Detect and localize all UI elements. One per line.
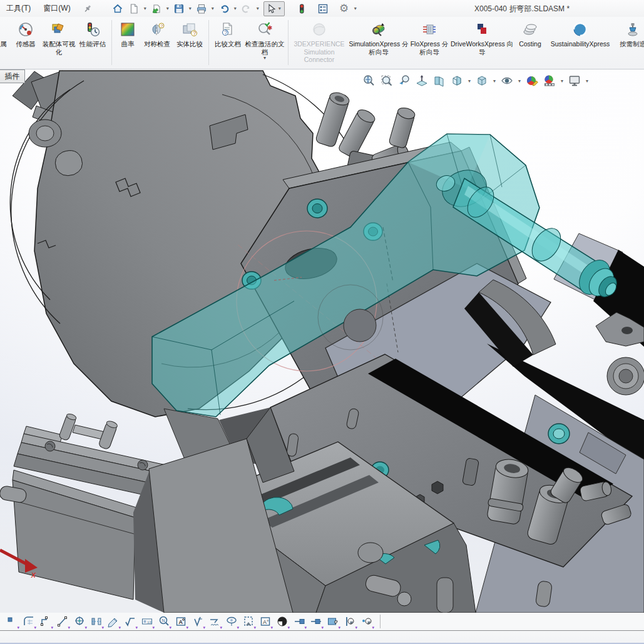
check-active-document-caret[interactable]: ▾ <box>263 56 266 61</box>
ribbon-item-floxpress[interactable]: FloXpress 分析向导 <box>410 17 449 69</box>
geometric-tolerance-icon[interactable]: A ▾ <box>172 613 189 630</box>
open-dropdown-caret[interactable]: ▾ <box>165 6 171 11</box>
new-document-icon[interactable] <box>126 1 142 16</box>
ribbon-item-costing[interactable]: Costing <box>515 17 545 69</box>
compare-documents-icon: ? <box>218 20 237 39</box>
horizontal-dimension-icon[interactable]: ▾ <box>88 613 105 630</box>
save-icon[interactable] <box>171 1 187 16</box>
ribbon-item-performance-evaluation[interactable]: 性能评估 <box>76 17 109 69</box>
view-settings-caret[interactable]: ▾ <box>585 78 590 84</box>
view-orientation-icon[interactable] <box>449 73 464 88</box>
ribbon-item-on-demand-manufacturing[interactable]: 按需制造 <box>615 17 644 69</box>
redo-dropdown-caret[interactable]: ▾ <box>255 6 261 11</box>
section-point-icon[interactable]: ▾ <box>358 613 375 630</box>
ribbon-separator <box>288 20 289 65</box>
save-dropdown-caret[interactable]: ▾ <box>187 6 193 11</box>
document-properties-icon[interactable] <box>315 1 331 16</box>
sustainabilityxpress-icon <box>571 20 590 39</box>
part-linear-rail[interactable] <box>0 407 294 613</box>
view-orientation-caret[interactable]: ▾ <box>467 78 472 84</box>
ribbon-item-simulationxpress[interactable]: SimulationXpress 分析向导 <box>347 17 410 69</box>
check-active-document-icon: ✱ <box>255 20 274 39</box>
surface-finish-icon[interactable]: ▾ <box>189 613 206 630</box>
options-dropdown-caret[interactable]: ▾ <box>352 6 359 11</box>
teal-screw[interactable] <box>548 424 570 444</box>
menu-tools[interactable]: 工具(T) <box>0 0 37 17</box>
view-settings-icon[interactable] <box>567 73 582 88</box>
sketch-point-icon[interactable]: ▾ <box>3 613 20 630</box>
graphics-viewport[interactable]: ▾ ▾ ▾ <box>0 69 644 613</box>
annotation-views-icon[interactable] <box>432 73 447 88</box>
svg-text:13: 13 <box>147 620 151 624</box>
3dexperience-icon <box>310 20 329 39</box>
assembly-model[interactable]: x <box>0 69 644 613</box>
apply-scene-caret[interactable]: ▾ <box>560 78 565 84</box>
window-title: X005-040 折弯部.SLDASM * <box>474 4 570 14</box>
menu-window[interactable]: 窗口(W) <box>37 0 76 17</box>
ribbon-item-curvature[interactable]: 曲率 <box>115 17 141 69</box>
weld-symbol-icon[interactable]: ▾ <box>206 613 223 630</box>
svg-text:?: ? <box>160 23 163 29</box>
datum-target-icon[interactable]: ▾ <box>240 613 257 630</box>
undo-dropdown-caret[interactable]: ▾ <box>232 6 238 11</box>
previous-view-icon[interactable] <box>397 73 412 88</box>
spell-check-icon[interactable]: ▾ <box>121 613 138 630</box>
select-dropdown-caret[interactable]: ▾ <box>277 6 283 11</box>
tab-addins[interactable]: 插件 <box>0 69 25 83</box>
magnifying-balloon-icon[interactable]: ▾ <box>223 613 240 630</box>
ribbon-item-symmetry-check[interactable]: ? 对称检查 <box>141 17 173 69</box>
ribbon-item-assembly-visualization[interactable]: 装配体可视化 <box>41 17 76 69</box>
corner-rectangle-icon[interactable]: ▾ <box>20 613 37 630</box>
undo-icon[interactable] <box>216 1 232 16</box>
ribbon-item-check-active-document[interactable]: ✱ 检查激活的文档 ▾ <box>244 17 285 69</box>
redo-icon[interactable] <box>238 1 255 16</box>
ribbon-toolbar: 属 传感器 装配体可视化 <box>0 17 644 69</box>
ribbon-item-sustainabilityxpress[interactable]: SustainabilityXpress <box>545 17 615 69</box>
ribbon-item-compare-documents[interactable]: ? 比较文档 <box>212 17 244 69</box>
heads-up-view-toolbar: ▾ ▾ ▾ <box>362 73 590 88</box>
annotation-toolbar: ▾ ▾ ▾ ▾ ▾ ▾ ▾ ▾ 13 ▾ N ▾ A <box>0 613 644 631</box>
display-style-caret[interactable]: ▾ <box>492 78 497 84</box>
ribbon-item-clipped[interactable]: 属 <box>0 17 10 69</box>
zoom-to-fit-icon[interactable] <box>362 73 377 88</box>
options-gear-icon[interactable]: ⚙ <box>336 1 352 16</box>
teal-screw[interactable] <box>307 199 327 218</box>
interference-traffic-light-icon[interactable] <box>294 1 310 16</box>
connector-right-icon[interactable]: ▾ <box>307 613 324 630</box>
apply-scene-icon[interactable] <box>542 73 557 88</box>
edit-appearance-icon[interactable] <box>524 73 539 88</box>
display-style-icon[interactable] <box>474 73 489 88</box>
simulationxpress-icon <box>369 20 388 39</box>
hide-show-items-icon[interactable] <box>499 73 514 88</box>
open-icon[interactable] <box>148 1 165 16</box>
section-bar-icon[interactable]: ▾ <box>341 613 358 630</box>
solid-compare-icon: ? <box>180 20 199 39</box>
note-icon[interactable]: ▾ <box>105 613 121 630</box>
print-dropdown-caret[interactable]: ▾ <box>210 6 216 11</box>
pushpin-icon[interactable] <box>81 2 95 16</box>
hide-show-caret[interactable]: ▾ <box>517 78 522 84</box>
print-icon[interactable] <box>193 1 210 16</box>
quick-access-toolbar: ▾ ▾ ▾ ▾ <box>110 0 359 17</box>
ribbon-item-solid-compare[interactable]: ? 实体比较 <box>173 17 206 69</box>
center-of-mass-icon[interactable]: ▾ <box>273 613 290 630</box>
datum-feature-icon[interactable]: 13 ▾ <box>138 613 155 630</box>
home-icon[interactable] <box>110 1 126 16</box>
line-icon[interactable]: ▾ <box>54 613 71 630</box>
select-tool[interactable]: ▾ <box>263 1 285 16</box>
ribbon-separator <box>111 20 112 65</box>
smart-dimension-icon[interactable]: ▾ <box>71 613 88 630</box>
section-view-icon[interactable] <box>414 73 429 88</box>
angle-dimension-icon[interactable]: A° ▾ <box>257 613 273 630</box>
ribbon-item-driveworksxpress[interactable]: DriveWorksXpress 向导 <box>449 17 515 69</box>
on-demand-manufacturing-icon <box>623 20 642 39</box>
area-hatch-icon[interactable]: ▾ <box>324 613 341 630</box>
zoom-to-area-icon[interactable] <box>379 73 394 88</box>
connector-left-icon[interactable]: ▾ <box>290 613 307 630</box>
new-dropdown-caret[interactable]: ▾ <box>142 6 148 11</box>
centerline-icon[interactable]: ▾ <box>37 613 54 630</box>
ribbon-item-sensor[interactable]: 传感器 <box>10 17 41 69</box>
ribbon-item-3dexperience: 3DEXPERIENCE Simulation Connector <box>291 17 347 69</box>
balloon-icon[interactable]: N ▾ <box>155 613 172 630</box>
performance-evaluation-icon <box>83 20 102 39</box>
